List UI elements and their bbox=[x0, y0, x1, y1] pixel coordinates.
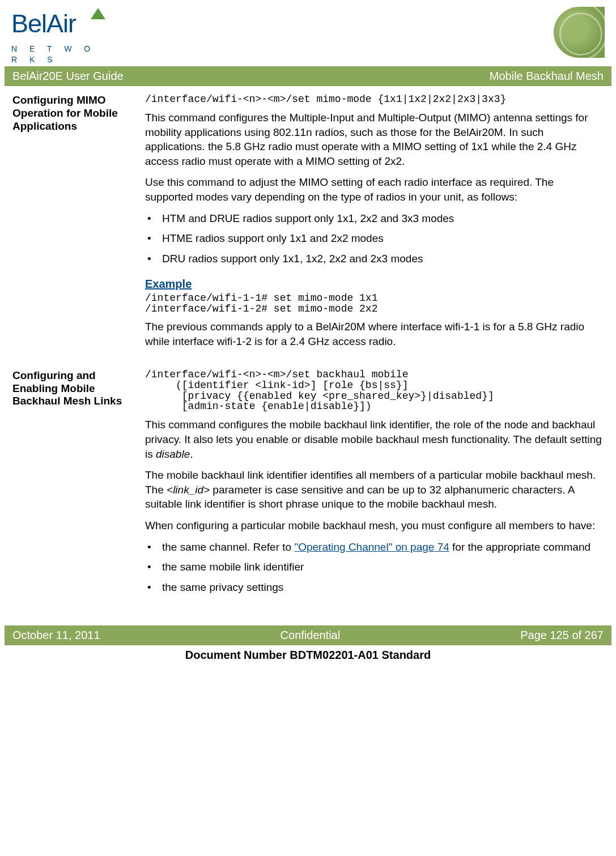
section-title: Mobile Backhaul Mesh bbox=[490, 69, 604, 84]
list-item: the same privacy settings bbox=[145, 580, 604, 595]
bh-list: the same channel. Refer to "Operating Ch… bbox=[145, 540, 604, 595]
example-code: /interface/wifi-1-1# set mimo-mode 1x1 /… bbox=[145, 293, 604, 314]
side-heading-backhaul: Configuring and Enabling Mobile Backhaul… bbox=[12, 369, 143, 601]
bh-p3: When configuring a particular mobile bac… bbox=[145, 518, 604, 533]
mimo-p2: Use this command to adjust the MIMO sett… bbox=[145, 175, 604, 204]
list-item: HTME radios support only 1x1 and 2x2 mod… bbox=[145, 231, 604, 246]
bh-p2: The mobile backhaul link identifier iden… bbox=[145, 468, 604, 512]
cmd-backhaul: /interface/wifi-<n>-<m>/set backhaul mob… bbox=[145, 369, 604, 412]
mimo-p3: The previous commands apply to a BelAir2… bbox=[145, 320, 604, 348]
brand-name: BelAir bbox=[11, 7, 76, 41]
header-bar: BelAir20E User Guide Mobile Backhaul Mes… bbox=[5, 66, 611, 86]
list-item: DRU radios support only 1x1, 1x2, 2x2 an… bbox=[145, 252, 604, 266]
mimo-p1: This command configures the Multiple-Inp… bbox=[145, 110, 604, 169]
footer-page: Page 125 of 267 bbox=[520, 628, 604, 643]
list-item: the same channel. Refer to "Operating Ch… bbox=[145, 540, 604, 555]
mimo-list: HTM and DRUE radios support only 1x1, 2x… bbox=[145, 211, 604, 266]
example-heading: Example bbox=[145, 276, 604, 292]
cmd-mimo: /interface/wifi-<n>-<m>/set mimo-mode {1… bbox=[145, 94, 604, 105]
side-heading-mimo: Configuring MIMO Operation for Mobile Ap… bbox=[12, 94, 143, 356]
section-mimo: Configuring MIMO Operation for Mobile Ap… bbox=[12, 94, 604, 356]
section-backhaul: Configuring and Enabling Mobile Backhaul… bbox=[12, 369, 604, 601]
footer-date: October 11, 2011 bbox=[12, 628, 100, 643]
doc-title: BelAir20E User Guide bbox=[12, 69, 124, 84]
logo-triangle-icon bbox=[91, 8, 105, 19]
page-content: Configuring MIMO Operation for Mobile Ap… bbox=[5, 86, 611, 625]
brand-subtitle: N E T W O R K S bbox=[11, 44, 111, 65]
list-item: the same mobile link identifier bbox=[145, 560, 604, 574]
logo-bar: BelAir N E T W O R K S bbox=[5, 7, 611, 63]
document-number: Document Number BDTM02201-A01 Standard bbox=[5, 645, 611, 665]
globe-icon bbox=[554, 7, 605, 58]
footer-confidential: Confidential bbox=[281, 628, 341, 643]
disable-term: disable bbox=[156, 448, 190, 460]
list-item: HTM and DRUE radios support only 1x1, 2x… bbox=[145, 211, 604, 226]
brand-logo: BelAir N E T W O R K S bbox=[11, 7, 111, 61]
bh-p1: This command configures the mobile backh… bbox=[145, 418, 604, 461]
footer-bar: October 11, 2011 Confidential Page 125 o… bbox=[5, 625, 611, 645]
linkid-term: <link_id> bbox=[167, 484, 210, 496]
operating-channel-link[interactable]: "Operating Channel" on page 74 bbox=[294, 541, 449, 553]
